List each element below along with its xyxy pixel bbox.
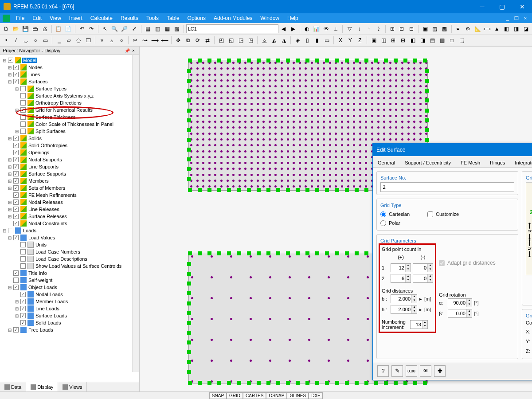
tree-item[interactable]: Solid Loads [0,319,139,326]
save-icon[interactable]: 💾 [21,24,30,33]
dialog-titlebar[interactable]: Edit Surface ✕ [373,144,532,156]
checkbox[interactable] [13,143,19,148]
support2-icon[interactable]: ▵ [107,36,116,45]
trim-icon[interactable]: ⟵ [160,36,169,45]
window-icon[interactable]: ▦ [163,24,172,33]
expand-icon[interactable]: ⊞ [14,108,20,113]
tree-item[interactable]: FE Mesh Refinements [0,192,139,199]
force-icon[interactable]: ↓ [355,24,364,33]
expand-icon[interactable]: ⊟ [7,235,12,240]
checkbox[interactable] [20,86,26,91]
checkbox[interactable] [13,79,19,84]
proj2-icon[interactable]: ◱ [227,36,235,45]
expand-icon[interactable]: ⊞ [14,313,20,318]
checkbox[interactable] [13,72,19,77]
tree-item[interactable]: ⊟Free Loads [0,326,139,333]
tree-item[interactable]: ⊞Solids [0,135,139,142]
x1-icon[interactable]: X [336,36,345,45]
grid-icon[interactable]: ⊞ [388,24,397,33]
expand-icon[interactable]: ⊞ [7,207,12,212]
tree-item[interactable]: Surface Axis Systems x,y,z [0,92,139,99]
menu-edit[interactable]: Edit [29,14,45,22]
checkbox[interactable] [13,171,19,176]
expand-icon[interactable]: ⊞ [7,179,12,184]
status-glines[interactable]: GLINES [287,392,309,399]
checkbox[interactable] [13,150,19,155]
extra5-icon[interactable]: ◧ [408,36,417,45]
extra9-icon[interactable]: □ [447,36,456,45]
extra8-icon[interactable]: ▥ [438,36,446,45]
expand-icon[interactable]: ⊞ [7,172,12,176]
checkbox[interactable] [20,242,26,247]
lc-next-icon[interactable]: ▶ [289,24,297,33]
proj1-icon[interactable]: ◰ [217,36,226,45]
tree-item[interactable]: ⊟Object Loads [0,284,139,291]
tree-item[interactable]: ⊞Line Releases [0,206,139,213]
top-icon[interactable]: ▭ [322,36,331,45]
measure-icon[interactable]: 📐 [473,24,482,33]
tab-femesh[interactable]: FE Mesh [456,158,485,167]
mirror2-icon[interactable]: ⇄ [203,36,212,45]
minimize-button[interactable]: ─ [472,0,492,13]
checkbox[interactable] [13,157,19,162]
mdi-close[interactable]: × [521,16,529,21]
checkbox[interactable] [13,285,19,290]
front-icon[interactable]: ▯ [303,36,312,45]
solid-new-icon[interactable]: ❒ [84,36,93,45]
checkbox[interactable] [13,65,19,70]
menu-view[interactable]: View [46,14,65,22]
tree-item[interactable]: ⊞Surface Types [0,85,139,92]
tree-item[interactable]: ⊞Nodal Releases [0,199,139,206]
pick2-icon[interactable]: ✚ [434,365,446,377]
menu-file[interactable]: File [12,14,28,22]
extra7-icon[interactable]: ▤ [428,36,437,45]
panel-icon[interactable]: ▧ [172,24,181,33]
tree-scrollbar[interactable] [132,55,139,372]
navigator-tree[interactable]: ⊟Model⊞Nodes⊞Lines⊟Surfaces⊞Surface Type… [0,55,139,382]
checkbox[interactable] [20,100,26,106]
tree-item[interactable]: Openings [0,149,139,156]
proj3-icon[interactable]: ◲ [236,36,245,45]
search-icon[interactable]: 🔍 [110,24,119,33]
node-icon[interactable]: • [2,36,11,45]
expand-icon[interactable]: ⊟ [2,228,7,233]
status-dxf[interactable]: DXF [309,392,323,399]
mdi-minimize[interactable]: _ [504,16,512,21]
menu-options[interactable]: Options [184,14,209,22]
copy-icon[interactable]: 📄 [64,24,73,33]
checkbox[interactable] [13,221,19,226]
view-icon[interactable]: 👁 [322,24,331,33]
snap-icon[interactable]: ⊡ [398,24,407,33]
checkbox[interactable] [13,136,19,141]
reaction-icon[interactable]: ↑ [364,24,373,33]
extra6-icon[interactable]: ◨ [418,36,427,45]
tree-item[interactable]: Self-weight [0,277,139,284]
checkbox[interactable] [13,164,19,169]
calc-icon[interactable]: ⚙ [463,24,472,33]
member-icon[interactable]: ⎯ [55,36,63,45]
menu-table[interactable]: Table [163,14,183,22]
opening-icon[interactable]: ◌ [74,36,83,45]
select1-icon[interactable]: ◬ [260,36,269,45]
tree-item[interactable]: ⊞Line Loads [0,305,139,312]
tree-item[interactable]: Load Case Numbers [0,248,139,255]
copy2-icon[interactable]: ⧉ [184,36,192,45]
tab-views[interactable]: Views [58,382,87,391]
arc-icon[interactable]: ◡ [21,36,30,45]
menu-tools[interactable]: Tools [143,14,162,22]
checkbox[interactable] [20,306,26,311]
iso-icon[interactable]: ◈ [293,36,302,45]
close-button[interactable]: ✕ [512,0,532,13]
status-grid[interactable]: GRID [227,392,243,399]
menu-addons[interactable]: Add-on Modules [210,14,256,22]
zoom-window-icon[interactable]: 🔎 [120,24,129,33]
pin-icon[interactable]: 📌 [124,48,130,53]
extend-icon[interactable]: ⟶ [150,36,159,45]
new-icon[interactable]: 🗋 [2,24,11,33]
viewport[interactable]: Edit Surface ✕ General Support / Eccentr… [140,47,532,391]
ortho-icon[interactable]: ⊟ [407,24,416,33]
move-icon[interactable]: ✥ [174,36,183,45]
expand-icon[interactable]: ⊟ [2,58,7,63]
tab-data[interactable]: Data [0,382,26,391]
menu-help[interactable]: Help [284,14,302,22]
